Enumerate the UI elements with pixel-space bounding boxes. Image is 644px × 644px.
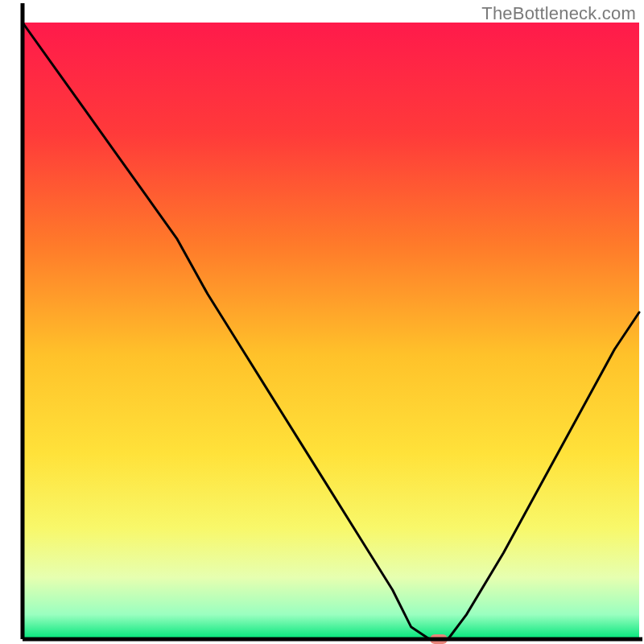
- watermark-label: TheBottleneck.com: [481, 3, 636, 24]
- plot-background: [23, 23, 639, 639]
- chart-canvas: [0, 0, 644, 644]
- bottleneck-chart: TheBottleneck.com: [0, 0, 644, 644]
